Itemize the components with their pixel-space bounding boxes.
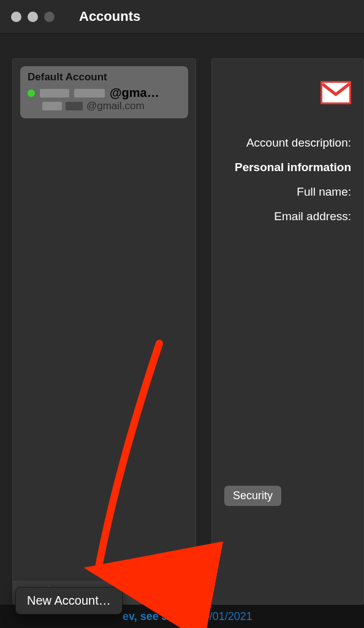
personal-information-header: Personal information bbox=[235, 161, 351, 174]
account-secondary-email: @gmail.com bbox=[28, 100, 181, 112]
status-online-icon bbox=[28, 90, 35, 97]
new-account-menu-item[interactable]: New Account… bbox=[15, 587, 123, 615]
bottom-bar-date: 09/01/2021 bbox=[197, 610, 252, 623]
content-area: Default Account @gma… @gmail.com bbox=[0, 34, 364, 605]
minimize-window-icon[interactable] bbox=[28, 12, 38, 22]
window-title: Accounts bbox=[79, 9, 140, 25]
account-list-sidebar: Default Account @gma… @gmail.com bbox=[12, 58, 196, 605]
account-description-label: Account description: bbox=[246, 136, 351, 150]
accounts-window: Accounts Default Account @gma… @gm bbox=[0, 0, 364, 628]
close-window-icon[interactable] bbox=[11, 12, 21, 22]
titlebar: Accounts bbox=[0, 0, 364, 34]
account-detail-pane: Account description: Personal informatio… bbox=[211, 58, 364, 605]
more-actions-button[interactable]: ••• bbox=[161, 585, 176, 601]
gmail-icon bbox=[320, 81, 351, 107]
account-title: Default Account bbox=[28, 71, 181, 83]
new-account-menu-label: New Account… bbox=[27, 594, 111, 607]
full-name-label: Full name: bbox=[297, 185, 351, 199]
bottom-bar-text: ev, see J… bbox=[123, 610, 179, 623]
zoom-window-icon[interactable] bbox=[44, 12, 55, 22]
account-list-item[interactable]: Default Account @gma… @gmail.com bbox=[20, 66, 188, 118]
email-address-label: Email address: bbox=[274, 210, 351, 223]
tab-security[interactable]: Security bbox=[224, 486, 281, 506]
more-actions-chevron-icon[interactable] bbox=[177, 585, 192, 601]
account-primary-email: @gma… bbox=[28, 86, 181, 100]
traffic-lights bbox=[11, 12, 55, 22]
account-list: Default Account @gma… @gmail.com bbox=[13, 59, 195, 581]
email-suffix: @gma… bbox=[110, 86, 159, 100]
secondary-email-suffix: @gmail.com bbox=[86, 100, 145, 112]
